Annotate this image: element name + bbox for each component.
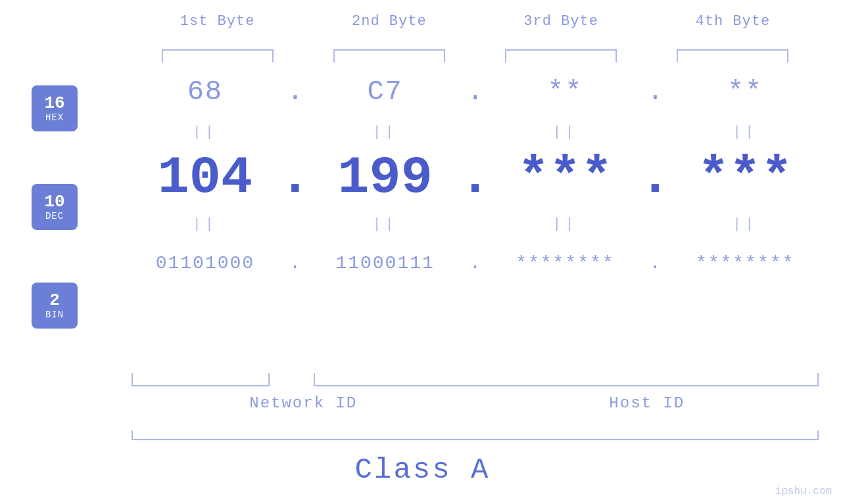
eq-row-1: || || || || bbox=[132, 118, 819, 145]
bin-b3-cell: ******** bbox=[492, 253, 639, 273]
class-label: Class A bbox=[0, 453, 845, 486]
byte-headers: 1st Byte 2nd Byte 3rd Byte 4th Byte bbox=[132, 13, 819, 30]
byte3-header: 3rd Byte bbox=[475, 13, 647, 30]
dec-badge-num: 10 bbox=[44, 193, 64, 212]
dec-b2-value: 199 bbox=[338, 148, 433, 208]
hex-dot1: . bbox=[279, 76, 312, 108]
dec-dot1: . bbox=[279, 148, 312, 208]
id-labels: Network ID Host ID bbox=[132, 394, 819, 412]
byte4-header: 4th Byte bbox=[647, 13, 819, 30]
host-id-bracket bbox=[314, 373, 819, 386]
eq2-b2: || bbox=[312, 214, 459, 233]
hex-dot2: . bbox=[459, 76, 492, 108]
bin-b4-value: ******** bbox=[696, 253, 794, 273]
dec-b1-value: 104 bbox=[158, 148, 253, 208]
bracket-top-4 bbox=[677, 49, 788, 62]
hex-b1-value: 68 bbox=[187, 76, 223, 108]
watermark: ipshu.com bbox=[775, 486, 832, 497]
bin-row: 01101000 . 11000111 . ******** . *******… bbox=[132, 237, 819, 289]
hex-dot3: . bbox=[639, 76, 671, 108]
bin-badge: 2 BIN bbox=[32, 283, 78, 329]
hex-badge-label: HEX bbox=[45, 112, 64, 123]
hex-b4-value: ** bbox=[727, 76, 763, 108]
dec-b3-cell: *** bbox=[492, 148, 639, 208]
eq1-b4: || bbox=[671, 122, 819, 141]
bin-b2-cell: 11000111 bbox=[312, 253, 459, 273]
eq2-b3: || bbox=[492, 214, 639, 233]
dec-badge: 10 DEC bbox=[32, 184, 78, 230]
dec-dot3: . bbox=[639, 148, 671, 208]
dec-row: 104 . 199 . *** . *** bbox=[132, 145, 819, 210]
byte2-header: 2nd Byte bbox=[303, 13, 475, 30]
byte1-header: 1st Byte bbox=[132, 13, 303, 30]
eq-row-2: || || || || bbox=[132, 210, 819, 237]
eq2-b1: || bbox=[132, 214, 279, 233]
top-brackets bbox=[132, 49, 819, 62]
dec-b2-cell: 199 bbox=[312, 148, 459, 208]
dec-dot2: . bbox=[459, 148, 492, 208]
hex-b3-cell: ** bbox=[492, 76, 639, 108]
dec-b3-value: *** bbox=[518, 148, 612, 208]
bin-badge-num: 2 bbox=[49, 291, 60, 310]
bin-b2-value: 11000111 bbox=[335, 253, 434, 273]
bracket-cell-4 bbox=[647, 49, 819, 62]
bin-badge-label: BIN bbox=[45, 309, 64, 320]
dec-b1-cell: 104 bbox=[132, 148, 279, 208]
bracket-cell-3 bbox=[475, 49, 647, 62]
bracket-top-3 bbox=[505, 49, 617, 62]
dec-badge-label: DEC bbox=[45, 211, 64, 221]
bin-b1-value: 01101000 bbox=[156, 253, 254, 273]
host-id-label: Host ID bbox=[475, 394, 819, 412]
hex-b1-cell: 68 bbox=[132, 76, 279, 108]
data-rows: 68 . C7 . ** . ** || bbox=[132, 66, 819, 289]
badges-column: 16 HEX 10 DEC 2 BIN bbox=[32, 85, 78, 329]
hex-b4-cell: ** bbox=[671, 76, 819, 108]
network-id-bracket bbox=[132, 373, 270, 386]
network-id-label: Network ID bbox=[132, 394, 475, 412]
hex-badge: 16 HEX bbox=[32, 85, 78, 131]
hex-row: 68 . C7 . ** . ** bbox=[132, 66, 819, 118]
bin-b1-cell: 01101000 bbox=[132, 253, 279, 273]
bin-dot3: . bbox=[639, 253, 671, 273]
hex-badge-num: 16 bbox=[44, 94, 64, 113]
bracket-top-1 bbox=[162, 49, 274, 62]
bracket-top-2 bbox=[333, 49, 445, 62]
bin-b4-cell: ******** bbox=[671, 253, 819, 273]
main-container: 1st Byte 2nd Byte 3rd Byte 4th Byte 16 H… bbox=[0, 0, 845, 504]
full-bracket bbox=[132, 430, 819, 440]
hex-b3-value: ** bbox=[547, 76, 583, 108]
bin-b3-value: ******** bbox=[516, 253, 614, 273]
dec-b4-value: *** bbox=[698, 148, 792, 208]
hex-b2-cell: C7 bbox=[312, 76, 459, 108]
eq1-b3: || bbox=[492, 122, 639, 141]
bracket-cell-1 bbox=[132, 49, 303, 62]
hex-b2-value: C7 bbox=[367, 76, 402, 108]
eq2-b4: || bbox=[671, 214, 819, 233]
bin-dot1: . bbox=[279, 253, 312, 273]
eq1-b1: || bbox=[132, 122, 279, 141]
bracket-cell-2 bbox=[303, 49, 475, 62]
bin-dot2: . bbox=[459, 253, 492, 273]
dec-b4-cell: *** bbox=[671, 148, 819, 208]
eq1-b2: || bbox=[312, 122, 459, 141]
